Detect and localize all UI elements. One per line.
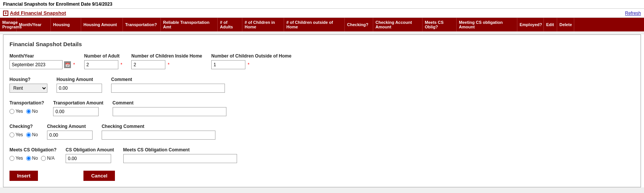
transport-no-label: No <box>26 109 38 114</box>
housing-comment-group: Comment <box>111 77 225 93</box>
th-cs-oblig: Meets CS Oblig? <box>423 18 457 31</box>
cs-radio-group: Yes No N/A <box>9 156 57 161</box>
checking-no-radio[interactable] <box>26 132 31 137</box>
cs-no-text: No <box>32 156 38 161</box>
calendar-icon[interactable]: 📅 <box>64 61 71 68</box>
form-row-4: Checking? Yes No Checking Amount <box>9 124 635 140</box>
children-outside-input[interactable] <box>211 60 245 69</box>
required-star-children-out: * <box>248 62 250 67</box>
checking-yes-radio[interactable] <box>9 132 14 137</box>
checking-amount-group: Checking Amount <box>47 124 93 140</box>
main-content: Financial Snapshot Details Month/Year 📅 … <box>0 34 644 187</box>
transport-yes-radio[interactable] <box>9 109 14 114</box>
cs-na-radio[interactable] <box>41 156 46 161</box>
transport-comment-input[interactable] <box>113 107 226 116</box>
housing-select-wrap: Rent Own Other <box>9 84 47 93</box>
th-housing-amt: Housing Amount <box>81 18 123 31</box>
cs-na-label: N/A <box>41 156 55 161</box>
month-year-input[interactable] <box>9 60 63 69</box>
num-adults-label: Number of Adult <box>84 53 123 59</box>
housing-amount-group: Housing Amount <box>57 77 102 93</box>
housing-group: Housing? Rent Own Other <box>9 77 47 93</box>
th-children-out: # of Children outside of Home <box>284 18 345 31</box>
cs-comment-input[interactable] <box>123 154 237 163</box>
cs-amount-label: CS Obligation Amount <box>66 147 114 153</box>
checking-radio-group: Yes No <box>9 132 38 137</box>
refresh-link[interactable]: Refresh <box>625 11 641 16</box>
num-adults-input[interactable] <box>84 60 118 69</box>
th-meeting-cs: Meeting CS obligation Amount <box>457 18 517 31</box>
cancel-button[interactable]: Cancel <box>83 171 115 181</box>
housing-select[interactable]: Rent Own Other <box>9 84 47 93</box>
add-icon: + <box>3 11 8 16</box>
th-month: Month/Year <box>17 18 51 31</box>
housing-label: Housing? <box>9 77 47 82</box>
children-inside-label: Number of Children Inside Home <box>131 53 202 59</box>
form-row-1: Month/Year 📅 * Number of Adult * Number … <box>9 53 635 69</box>
th-children-in: # of Children in Home <box>242 18 284 31</box>
children-outside-group: Number of Children Outside of Home * <box>211 53 291 69</box>
required-star-children-in: * <box>168 62 170 67</box>
transport-yes-text: Yes <box>16 109 23 114</box>
housing-amount-label: Housing Amount <box>57 77 102 82</box>
housing-comment-input[interactable] <box>111 84 225 93</box>
transport-amount-input[interactable] <box>53 107 99 116</box>
th-reliable: Reliable Transportation Amt <box>161 18 218 31</box>
form-panel-title: Financial Snapshot Details <box>9 41 635 47</box>
form-row-5: Meets CS Obligation? Yes No N/A <box>9 147 635 163</box>
cs-obligation-label: Meets CS Obligation? <box>9 147 57 153</box>
add-link-label: Add Financial Snapshot <box>10 10 66 16</box>
transport-comment-label: Comment <box>113 100 226 106</box>
th-employed: Employed? <box>517 18 544 31</box>
th-transport: Transportation? <box>123 18 161 31</box>
form-row-3: Transportation? Yes No Transportation Am… <box>9 100 635 116</box>
housing-comment-label: Comment <box>111 77 225 82</box>
checking-no-text: No <box>32 132 38 137</box>
th-delete: Delete <box>557 18 574 31</box>
transport-no-text: No <box>32 109 38 114</box>
cs-na-text: N/A <box>47 156 55 161</box>
checking-no-label: No <box>26 132 38 137</box>
transport-amount-label: Transportation Amount <box>53 100 103 106</box>
cs-yes-radio[interactable] <box>9 156 14 161</box>
checking-group: Checking? Yes No <box>9 124 38 137</box>
checking-comment-group: Checking Comment <box>102 124 215 140</box>
button-row: Insert Cancel <box>9 171 635 181</box>
cs-yes-text: Yes <box>16 156 23 161</box>
checking-comment-input[interactable] <box>102 131 215 140</box>
transport-amount-group: Transportation Amount <box>53 100 103 116</box>
children-inside-group: Number of Children Inside Home * <box>131 53 202 69</box>
month-year-group: Month/Year 📅 * <box>9 53 75 69</box>
cs-obligation-group: Meets CS Obligation? Yes No N/A <box>9 147 57 161</box>
cs-yes-label: Yes <box>9 156 23 161</box>
cs-comment-group: Meets CS Obligation Comment <box>123 147 237 163</box>
cs-no-radio[interactable] <box>26 156 31 161</box>
num-adults-group: Number of Adult * <box>84 53 123 69</box>
add-financial-snapshot-link[interactable]: + Add Financial Snapshot <box>3 10 66 16</box>
th-checking-amt: Checking Account Amount <box>373 18 423 31</box>
cs-no-label: No <box>26 156 38 161</box>
insert-button[interactable]: Insert <box>9 171 38 181</box>
transport-comment-group: Comment <box>113 100 226 116</box>
children-inside-input[interactable] <box>131 60 165 69</box>
transport-yes-label: Yes <box>9 109 23 114</box>
transportation-group: Transportation? Yes No <box>9 100 44 114</box>
cs-amount-input[interactable] <box>66 154 111 163</box>
transport-no-radio[interactable] <box>26 109 31 114</box>
housing-amount-input[interactable] <box>57 84 102 93</box>
th-checking: Checking? <box>345 18 373 31</box>
checking-label: Checking? <box>9 124 38 129</box>
checking-comment-label: Checking Comment <box>102 124 215 129</box>
form-row-2: Housing? Rent Own Other Housing Amount C… <box>9 77 635 93</box>
cs-amount-group: CS Obligation Amount <box>66 147 114 163</box>
month-year-label: Month/Year <box>9 53 75 59</box>
form-panel: Financial Snapshot Details Month/Year 📅 … <box>3 34 641 187</box>
transportation-radio-group: Yes No <box>9 109 44 114</box>
required-star-adults: * <box>121 62 123 67</box>
checking-amount-input[interactable] <box>47 131 93 140</box>
th-adults: # of Adults <box>218 18 242 31</box>
required-star-month: * <box>73 62 75 67</box>
children-outside-label: Number of Children Outside of Home <box>211 53 291 59</box>
table-header: Manage Programs Month/Year Housing Housi… <box>0 18 644 31</box>
th-edit: Edit <box>544 18 557 31</box>
